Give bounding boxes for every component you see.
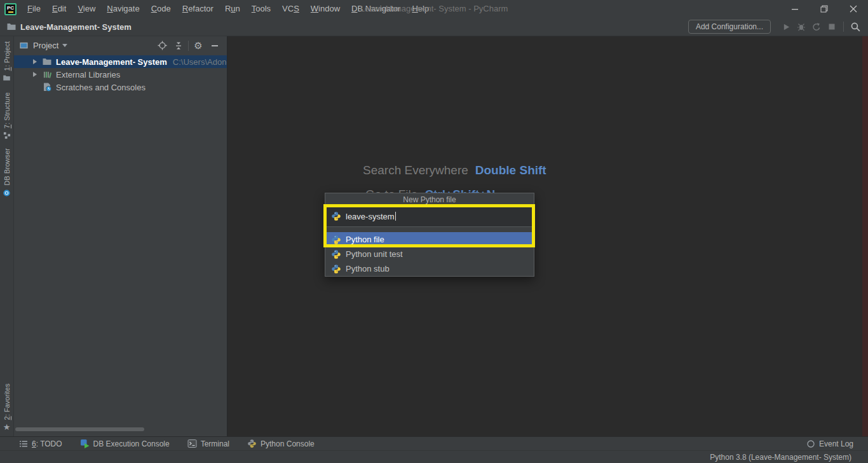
project-panel-header: Project ⚙: [14, 36, 227, 55]
maximize-button[interactable]: [810, 0, 839, 18]
tab-favorites-label: 2: Favorites: [3, 384, 11, 420]
maximize-icon: [820, 5, 828, 13]
toolbar-right: Add Configuration...: [688, 20, 868, 34]
expand-arrow-icon[interactable]: [33, 72, 37, 77]
toolbar-separator: [843, 22, 844, 32]
run-with-coverage-button[interactable]: [809, 20, 824, 34]
debug-button[interactable]: [794, 20, 809, 34]
panel-header-separator: [188, 41, 189, 51]
event-log-label: Event Log: [819, 439, 853, 448]
menu-code[interactable]: Code: [146, 0, 177, 18]
pycharm-window: PC File Edit View Navigate Code Refactor…: [0, 0, 868, 463]
file-name-input[interactable]: leave-system: [325, 206, 534, 226]
horizontal-scrollbar[interactable]: [15, 427, 144, 431]
folder-icon: [6, 22, 17, 32]
close-button[interactable]: [839, 0, 868, 18]
tab-structure[interactable]: 7: Structure: [3, 92, 11, 139]
pycharm-logo-text: PC: [7, 6, 14, 11]
menu-view[interactable]: View: [72, 0, 101, 18]
main-area: 1: Project 7: Structure DB Browser 2: Fa…: [0, 36, 868, 436]
python-icon: [331, 211, 341, 221]
todo-tab[interactable]: 6: TODO: [19, 439, 62, 448]
tree-row-external-libraries[interactable]: External Libraries: [14, 68, 227, 81]
menu-refactor[interactable]: Refactor: [177, 0, 219, 18]
minimize-icon: [792, 6, 799, 13]
star-icon: ★: [3, 423, 11, 431]
terminal-tab[interactable]: Terminal: [187, 439, 229, 448]
collapse-all-button[interactable]: [170, 38, 187, 53]
breadcrumb[interactable]: Leave-Management- System: [0, 22, 132, 32]
project-panel-title[interactable]: Project: [33, 41, 58, 50]
db-execution-console-label: DB Execution Console: [93, 439, 170, 448]
main-toolbar: Leave-Management- System Add Configurati…: [0, 18, 868, 36]
editor-area: Search EverywhereDouble Shift Go to File…: [228, 36, 862, 436]
project-panel: Project ⚙: [14, 36, 227, 436]
panel-settings-button[interactable]: ⚙: [190, 38, 207, 53]
stop-icon: [828, 23, 836, 31]
menu-navigate[interactable]: Navigate: [101, 0, 145, 18]
text-cursor: [395, 212, 397, 221]
python-console-tab[interactable]: Python Console: [247, 439, 315, 448]
tab-project[interactable]: 1: Project: [3, 41, 11, 82]
popup-title: New Python file: [325, 193, 534, 206]
python-icon: [247, 439, 257, 448]
option-python-unit-test[interactable]: Python unit test: [325, 247, 534, 261]
hint-shortcut: Double Shift: [475, 163, 546, 177]
locate-file-button[interactable]: [154, 38, 170, 53]
menu-file[interactable]: File: [22, 0, 46, 18]
terminal-tab-label: Terminal: [201, 439, 229, 448]
python-console-tab-label: Python Console: [261, 439, 315, 448]
option-label: Python file: [346, 235, 384, 244]
search-icon: [850, 22, 861, 32]
stop-button[interactable]: [824, 20, 839, 34]
hint-action: Search Everywhere: [363, 163, 468, 177]
menu-edit[interactable]: Edit: [46, 0, 72, 18]
gear-icon: ⚙: [194, 40, 202, 52]
panel-header-actions: ⚙: [154, 38, 223, 53]
option-label: Python stub: [346, 264, 390, 273]
tab-db-browser[interactable]: DB Browser: [3, 148, 11, 197]
popup-separator: [325, 226, 534, 232]
bug-icon: [797, 22, 806, 31]
tab-favorites[interactable]: 2: Favorites ★: [3, 384, 11, 431]
menu-tools[interactable]: Tools: [246, 0, 276, 18]
minimize-panel-icon: [212, 45, 218, 46]
tab-project-label: 1: Project: [3, 41, 11, 71]
expand-arrow-icon[interactable]: [33, 59, 37, 64]
tree-label: Scratches and Consoles: [56, 83, 146, 92]
tree-row-project-root[interactable]: Leave-Management- System C:\Users\Adones…: [14, 55, 227, 68]
menu-vcs[interactable]: VCS: [276, 0, 305, 18]
add-configuration-button[interactable]: Add Configuration...: [688, 20, 771, 34]
minimize-button[interactable]: [780, 0, 810, 18]
file-name-value: leave-system: [346, 212, 395, 221]
libraries-icon: [42, 69, 52, 79]
title-bar: PC File Edit View Navigate Code Refactor…: [0, 0, 868, 18]
tree-label: Leave-Management- System: [56, 57, 167, 67]
tree-row-scratches[interactable]: Scratches and Consoles: [14, 81, 227, 93]
tree-path: C:\Users\Adones\Pychar: [173, 57, 227, 67]
python-icon: [331, 264, 341, 274]
todo-tab-label: 6: TODO: [32, 439, 62, 448]
tool-window-bar: 6: TODO DB Execution Console Terminal Py…: [0, 436, 868, 450]
run-button[interactable]: [778, 20, 794, 34]
scratches-icon: [42, 82, 52, 92]
terminal-icon: [187, 439, 197, 448]
left-tool-strip: 1: Project 7: Structure DB Browser 2: Fa…: [0, 36, 14, 436]
option-label: Python unit test: [346, 249, 403, 259]
locate-icon: [158, 41, 167, 50]
menu-window[interactable]: Window: [305, 0, 346, 18]
menu-run[interactable]: Run: [219, 0, 246, 18]
status-bar: Python 3.8 (Leave-Management- System): [0, 450, 868, 463]
tab-db-browser-label: DB Browser: [3, 148, 11, 186]
event-log-tab[interactable]: Event Log: [806, 439, 853, 448]
new-python-file-popup: New Python file leave-system Python file…: [325, 193, 534, 277]
search-everywhere-button[interactable]: [848, 20, 863, 34]
coverage-icon: [812, 22, 821, 31]
hide-panel-button[interactable]: [207, 38, 223, 53]
tree-label: External Libraries: [56, 70, 120, 79]
option-python-file[interactable]: Python file: [325, 232, 534, 247]
option-python-stub[interactable]: Python stub: [325, 261, 534, 276]
db-execution-console-tab[interactable]: DB Execution Console: [80, 439, 170, 448]
project-tree: Leave-Management- System C:\Users\Adones…: [14, 55, 227, 93]
interpreter-indicator[interactable]: Python 3.8 (Leave-Management- System): [710, 453, 851, 462]
